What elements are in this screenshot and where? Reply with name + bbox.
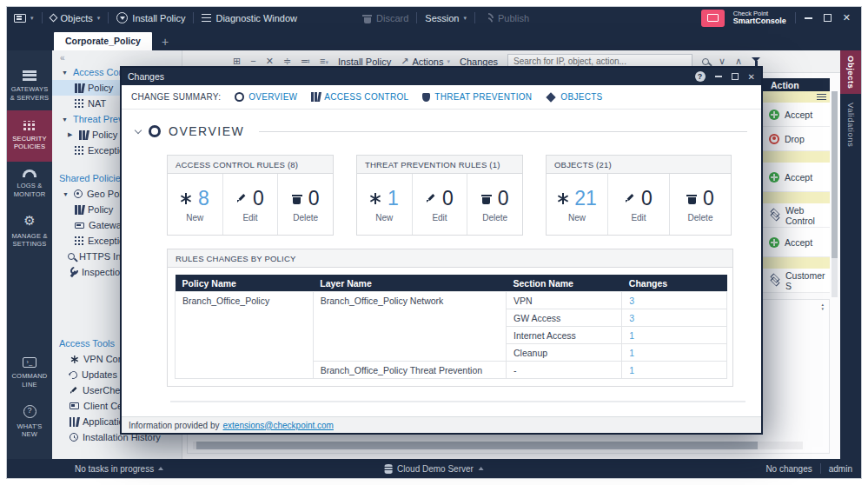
horizontal-scrollbar[interactable] — [193, 442, 803, 449]
vertical-scrollbar[interactable] — [832, 91, 838, 297]
changes-count-label: No changes — [765, 464, 812, 474]
gateways-icon — [75, 223, 84, 229]
divider — [42, 12, 43, 23]
new-count-cell: 21 New — [547, 174, 607, 235]
add-rule-below-icon[interactable]: ≕ — [301, 56, 310, 66]
changes-count-link[interactable]: 3 — [622, 292, 727, 309]
dialog-minimize-button[interactable] — [715, 76, 722, 77]
status-bar: No tasks in progress Cloud Demo Server N… — [7, 459, 861, 478]
rule-action-cell[interactable]: Customer S — [763, 269, 830, 293]
search-prev-icon[interactable]: ∧ — [735, 56, 742, 66]
dialog-footer: Information provided by extensions@check… — [122, 416, 761, 433]
extensions-link[interactable]: extensions@checkpoint.com — [223, 421, 334, 430]
install-policy-button[interactable]: Install Policy — [116, 12, 185, 23]
dialog-maximize-button[interactable] — [732, 73, 739, 80]
smartconsole-window: ▾ Objects ▾ Install Policy Diagnostic Wi… — [7, 7, 861, 478]
section-row[interactable] — [763, 151, 830, 163]
filter-icon[interactable] — [752, 56, 762, 67]
app-menu-button[interactable]: ▾ — [14, 14, 34, 23]
search-next-icon[interactable]: ∨ — [719, 56, 726, 66]
session-menu-button[interactable]: Session ▾ — [425, 13, 467, 23]
policy-icon — [75, 83, 83, 93]
install-policy-toolbar-button[interactable]: Install Policy — [338, 56, 391, 67]
dialog-title-bar[interactable]: Changes ? ✕ — [122, 68, 761, 85]
access-control-icon — [311, 92, 320, 102]
tab-validations[interactable]: Validations — [846, 94, 856, 156]
delete-icon[interactable]: ✕ — [266, 56, 274, 66]
search-icon[interactable] — [702, 58, 709, 65]
change-summary-label: CHANGE SUMMARY: — [131, 92, 221, 102]
caret-up-icon — [479, 467, 484, 470]
tasks-status-button[interactable]: No tasks in progress — [75, 464, 163, 474]
maximize-button[interactable] — [824, 14, 832, 22]
changes-count-link[interactable]: 1 — [622, 362, 727, 379]
edit-count: 0 — [641, 187, 653, 210]
changes-toolbar-button[interactable]: Changes — [460, 56, 498, 67]
sidebar-item-command-line[interactable]: ›_ COMMAND LINE — [7, 349, 52, 397]
sidebar-item-manage-settings[interactable]: ⚙ MANAGE & SETTINGS — [7, 207, 52, 257]
changes-count-link[interactable]: 3 — [622, 309, 727, 327]
section-name-cell: VPN — [507, 292, 622, 309]
objects-menu-label: Objects — [61, 13, 93, 23]
grid-icon — [23, 121, 36, 130]
actions-menu-button[interactable]: ↗ Actions ▾ — [401, 56, 450, 67]
overview-section-title: OVERVIEW — [169, 124, 244, 138]
close-button[interactable]: ✕ — [843, 13, 851, 23]
remove-rule-icon[interactable]: − — [250, 56, 255, 66]
collapse-panel-button[interactable]: « — [52, 50, 182, 64]
link-access-control[interactable]: ACCESS CONTROL — [311, 92, 408, 102]
diagnostic-window-button[interactable]: Diagnostic Window — [202, 13, 297, 23]
sidebar-item-whats-new[interactable]: ? WHAT'S NEW — [7, 397, 52, 448]
table-row: Branch_Office_Policy Branch_Office_Polic… — [176, 292, 727, 309]
add-rule-icon[interactable]: ⊞ — [233, 56, 241, 66]
changes-count-link[interactable]: 1 — [622, 327, 727, 344]
section-name-cell: GW Access — [507, 309, 622, 327]
add-rule-above-icon[interactable]: ≑ — [283, 56, 291, 66]
tab-objects[interactable]: Objects — [840, 50, 861, 94]
discard-button[interactable]: Discard — [362, 13, 408, 23]
history-icon — [70, 433, 78, 442]
hamburger-icon[interactable] — [817, 94, 826, 100]
rule-action-cell[interactable]: Accept — [763, 163, 830, 192]
rule-action-cell[interactable]: Accept — [763, 228, 830, 257]
rule-action-cell[interactable]: Web Control — [763, 203, 830, 228]
server-status-button[interactable]: Cloud Demo Server — [384, 464, 484, 474]
card-title: THREAT PREVENTION RULES (1) — [357, 156, 522, 174]
menu-icon[interactable]: ≡▾ — [320, 56, 328, 66]
changes-count-link[interactable]: 1 — [622, 344, 727, 362]
scrollbar-thumb[interactable] — [196, 442, 758, 449]
link-objects[interactable]: OBJECTS — [546, 92, 602, 102]
drop-icon — [769, 134, 779, 144]
section-row[interactable] — [763, 257, 830, 269]
rule-action-cell[interactable]: Drop — [763, 127, 830, 151]
edit-count: 0 — [442, 187, 454, 210]
rule-action-cell[interactable]: Accept — [763, 103, 830, 127]
edit-count-cell: 0 Edit — [607, 174, 669, 235]
dialog-close-button[interactable]: ✕ — [748, 72, 755, 82]
sort-icon[interactable]: ▴▾ — [821, 302, 824, 311]
minimize-button[interactable] — [805, 17, 812, 19]
chevron-down-icon: ▾ — [30, 15, 34, 21]
certificate-icon — [70, 402, 79, 409]
new-count: 21 — [574, 187, 597, 210]
objects-menu-button[interactable]: Objects ▾ — [50, 13, 101, 23]
sidebar-item-logs-monitor[interactable]: LOGS & MONITOR — [7, 162, 52, 207]
chevron-down-icon — [135, 126, 142, 133]
sidebar-item-gateways-servers[interactable]: GATEWAYS & SERVERS — [7, 63, 52, 110]
wrench-icon — [68, 268, 77, 277]
new-icon — [370, 193, 381, 204]
section-row[interactable] — [763, 192, 830, 203]
link-overview[interactable]: OVERVIEW — [235, 92, 297, 102]
sidebar-item-security-policies[interactable]: SECURITY POLICIES — [7, 110, 52, 163]
table-header-row: Policy Name Layer Name Section Name Chan… — [176, 275, 727, 292]
tab-corporate-policy[interactable]: Corporate_Policy — [54, 32, 152, 50]
add-tab-button[interactable]: + — [152, 36, 178, 50]
help-button[interactable]: ? — [695, 71, 706, 82]
section-name-cell: - — [507, 362, 622, 379]
overview-section-header[interactable]: OVERVIEW — [136, 116, 747, 146]
publish-button[interactable]: Publish — [483, 13, 529, 23]
gauge-icon — [23, 169, 36, 177]
section-row[interactable] — [763, 91, 830, 103]
usercheck-icon — [70, 386, 78, 395]
link-threat-prevention[interactable]: THREAT PREVENTION — [422, 92, 532, 102]
